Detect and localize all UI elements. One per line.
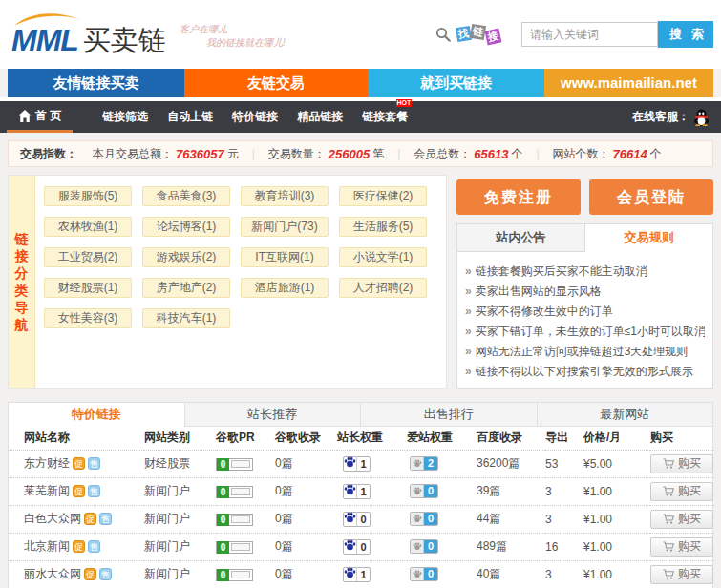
divider: | bbox=[252, 147, 255, 160]
hot-badge: HOT bbox=[396, 99, 413, 107]
category-button[interactable]: 酒店旅游(1) bbox=[241, 278, 329, 298]
category-grid: 服装服饰(5)食品美食(3)教育培训(3)医疗保健(2)农林牧渔(1)论坛博客(… bbox=[35, 176, 446, 388]
nav-item-premium-links[interactable]: 精品链接 bbox=[287, 101, 352, 133]
buy-button[interactable]: 购买 bbox=[650, 565, 713, 584]
baidu-rank-value: 1 bbox=[357, 486, 370, 497]
stat-unit: 个 bbox=[511, 146, 522, 162]
category-side-char: 链 bbox=[15, 230, 29, 247]
buy-button[interactable]: 购买 bbox=[650, 537, 713, 556]
site-name[interactable]: 莱芜新闻促售 bbox=[24, 483, 144, 499]
google-pr-badge: 0 bbox=[216, 514, 253, 526]
nav-item-link-packages[interactable]: 链接套餐 HOT bbox=[352, 101, 417, 133]
col-site-name: 网站名称 bbox=[9, 427, 144, 450]
google-pr-value: 0 bbox=[217, 458, 229, 471]
logo[interactable]: MML 买卖链 bbox=[11, 15, 166, 55]
category-button[interactable]: 食品美食(3) bbox=[142, 186, 230, 206]
banner: 友情链接买卖 友链交易 就到买链接 www.maimailian.net bbox=[8, 69, 713, 97]
search-input[interactable] bbox=[521, 22, 658, 47]
aizhan-icon-cell bbox=[411, 539, 424, 554]
online-service[interactable]: 在线客服： bbox=[632, 101, 710, 133]
buy-button[interactable]: 购买 bbox=[650, 510, 713, 529]
category-button[interactable]: 医疗保健(2) bbox=[339, 186, 427, 206]
aizhan-icon bbox=[413, 487, 422, 495]
banner-seg-link-trade[interactable]: 友链交易 bbox=[184, 69, 368, 97]
rule-item[interactable]: »链接套餐购买后买家不能主动取消 bbox=[465, 262, 705, 282]
site-category: 新闻门户 bbox=[144, 484, 190, 497]
rule-item[interactable]: »买家下错订单，未生效的订单≤1小时可以取消 bbox=[465, 322, 705, 342]
nav-item-home[interactable]: 首 页 bbox=[7, 101, 73, 133]
baidu-indexed-value: 40篇 bbox=[477, 567, 500, 580]
divider: | bbox=[397, 147, 400, 160]
tab-webmaster-picks[interactable]: 站长推荐 bbox=[185, 403, 362, 427]
nav-item-auto-link[interactable]: 自动上链 bbox=[158, 101, 223, 133]
category-button[interactable]: 生活服务(5) bbox=[339, 217, 427, 237]
baidu-rank-icon-cell bbox=[344, 567, 357, 581]
buy-button-label: 购买 bbox=[678, 455, 701, 472]
rule-bullet: » bbox=[465, 284, 472, 298]
buy-button[interactable]: 购买 bbox=[650, 482, 713, 501]
category-button[interactable]: 游戏娱乐(2) bbox=[142, 247, 230, 267]
category-button[interactable]: 教育培训(3) bbox=[241, 186, 329, 206]
aizhan-rank-badge: 2 bbox=[410, 456, 438, 471]
nav-item-link-filter[interactable]: 链接筛选 bbox=[93, 101, 158, 133]
rule-item[interactable]: »链接不得以以下对搜索引擎无效的形式展示 bbox=[465, 362, 705, 382]
category-button[interactable]: 房产地产(2) bbox=[142, 278, 230, 298]
banner-seg-site-url[interactable]: www.maimailian.net bbox=[544, 69, 713, 97]
rule-item[interactable]: »卖家出售网站的显示风格 bbox=[465, 282, 705, 302]
main-row: 链接分类导航 服装服饰(5)食品美食(3)教育培训(3)医疗保健(2)农林牧渔(… bbox=[8, 175, 713, 388]
notice-panel: 站内公告 交易规则 »链接套餐购买后买家不能主动取消»卖家出售网站的显示风格»买… bbox=[456, 223, 713, 388]
rule-bullet: » bbox=[465, 345, 472, 358]
site-name[interactable]: 丽水大众网促售 bbox=[24, 566, 144, 582]
col-buy: 购买 bbox=[650, 427, 714, 450]
site-name-text: 北京新闻 bbox=[24, 538, 70, 555]
category-button[interactable]: 工业贸易(2) bbox=[44, 247, 132, 267]
paw-icon bbox=[344, 484, 356, 495]
tab-special-links[interactable]: 特价链接 bbox=[9, 403, 185, 427]
register-button[interactable]: 免费注册 bbox=[456, 179, 581, 215]
category-side-label: 链接分类导航 bbox=[9, 176, 35, 388]
stat-trade-count: 交易数量：256005笔 bbox=[268, 146, 384, 162]
category-button[interactable]: 农林牧渔(1) bbox=[44, 217, 132, 237]
slogan: 客户在哪儿 我的链接就在哪儿! bbox=[180, 23, 286, 50]
aizhan-icon-cell bbox=[411, 456, 424, 471]
category-button[interactable]: 论坛博客(1) bbox=[142, 217, 230, 237]
price-value: ¥1.00 bbox=[583, 540, 612, 554]
category-button[interactable]: IT互联网(1) bbox=[241, 247, 329, 267]
tab-sales-ranking[interactable]: 出售排行 bbox=[361, 403, 538, 427]
tab-newest-sites[interactable]: 最新网站 bbox=[538, 403, 713, 427]
outlinks-value: 3 bbox=[545, 568, 552, 581]
promo-badge: 促 bbox=[84, 513, 96, 525]
baidu-indexed-value: 39篇 bbox=[477, 484, 500, 497]
rule-bullet: » bbox=[465, 325, 472, 338]
outlinks-value: 16 bbox=[545, 540, 558, 554]
rule-item[interactable]: »买家不得修改生效中的订单 bbox=[465, 302, 705, 322]
tab-trade-rules[interactable]: 交易规则 bbox=[584, 224, 712, 252]
category-button[interactable]: 人才招聘(2) bbox=[339, 278, 427, 298]
rule-text: 卖家出售网站的显示风格 bbox=[476, 284, 602, 298]
baidu-rank-badge: 1 bbox=[343, 484, 371, 499]
login-button[interactable]: 会员登陆 bbox=[589, 179, 713, 215]
stat-value: 7636057 bbox=[176, 147, 224, 161]
site-name[interactable]: 白色大众网促售 bbox=[24, 511, 144, 527]
category-button[interactable]: 科技汽车(1) bbox=[142, 308, 230, 328]
rule-item[interactable]: »网站无法正常访问或掉链超过3天处理规则 bbox=[465, 342, 705, 362]
tile-connect: 接 bbox=[485, 29, 502, 46]
category-button[interactable]: 小说文学(1) bbox=[339, 247, 427, 267]
category-button[interactable]: 女性美容(3) bbox=[44, 308, 132, 328]
buy-button[interactable]: 购买 bbox=[650, 454, 713, 473]
category-button[interactable]: 服装服饰(5) bbox=[44, 186, 132, 206]
baidu-rank-icon-cell bbox=[344, 512, 357, 526]
tab-site-announcements[interactable]: 站内公告 bbox=[457, 224, 584, 252]
banner-seg-friend-links[interactable]: 友情链接买卖 bbox=[8, 69, 184, 97]
site-name[interactable]: 北京新闻促售 bbox=[24, 538, 144, 555]
nav-item-special-links[interactable]: 特价链接 bbox=[223, 101, 287, 133]
site-name[interactable]: 东方财经促售 bbox=[24, 455, 144, 472]
search-button[interactable]: 搜 索 bbox=[658, 21, 713, 48]
rules-list: »链接套餐购买后买家不能主动取消»卖家出售网站的显示风格»买家不得修改生效中的订… bbox=[457, 252, 712, 382]
category-button[interactable]: 新闻门户(73) bbox=[241, 217, 329, 237]
banner-seg-buy-links[interactable]: 就到买链接 bbox=[368, 69, 544, 97]
find-links-tiles: 找 链 接 bbox=[456, 22, 502, 47]
category-button[interactable]: 财经股票(1) bbox=[44, 278, 132, 298]
listing-row: 东方财经促售财经股票00篇1236200篇53¥5.00购买 bbox=[9, 450, 714, 477]
nav-item-label: 链接套餐 bbox=[362, 109, 408, 125]
